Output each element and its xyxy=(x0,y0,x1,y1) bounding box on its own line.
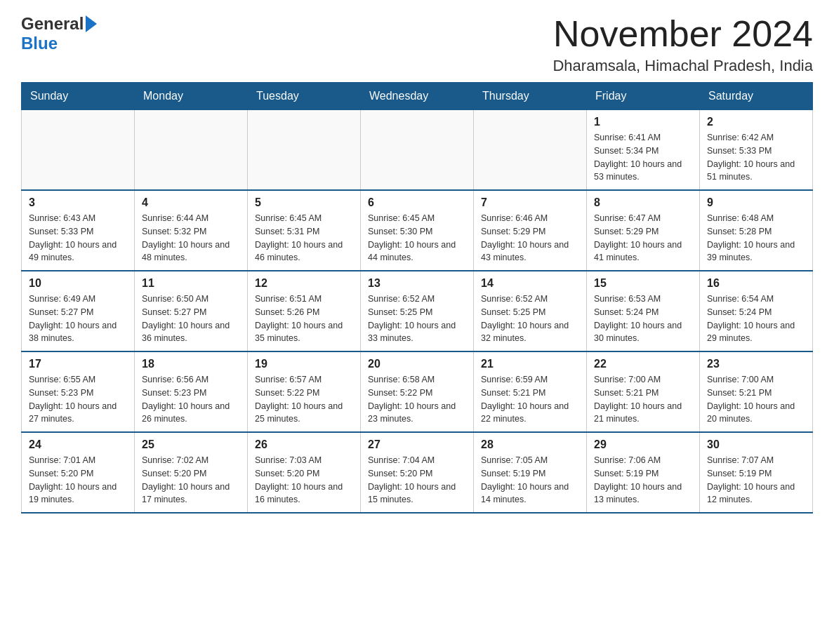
calendar-cell xyxy=(248,110,361,191)
day-info: Sunrise: 6:44 AMSunset: 5:32 PMDaylight:… xyxy=(142,212,240,264)
day-info: Sunrise: 7:01 AMSunset: 5:20 PMDaylight:… xyxy=(29,454,127,507)
day-info: Sunrise: 7:00 AMSunset: 5:21 PMDaylight:… xyxy=(707,373,805,426)
logo: General Blue xyxy=(21,14,97,53)
day-number: 17 xyxy=(29,358,127,370)
day-info: Sunrise: 6:41 AMSunset: 5:34 PMDaylight:… xyxy=(594,131,692,184)
logo-general-text: General xyxy=(21,14,84,34)
day-number: 10 xyxy=(29,277,127,290)
day-number: 19 xyxy=(255,358,353,370)
day-info: Sunrise: 6:58 AMSunset: 5:22 PMDaylight:… xyxy=(368,373,466,426)
calendar-cell xyxy=(474,110,587,191)
title-section: November 2024 Dharamsala, Himachal Prade… xyxy=(552,14,813,75)
day-info: Sunrise: 6:50 AMSunset: 5:27 PMDaylight:… xyxy=(142,293,240,345)
day-info: Sunrise: 6:51 AMSunset: 5:26 PMDaylight:… xyxy=(255,293,353,345)
calendar-week-row: 1Sunrise: 6:41 AMSunset: 5:34 PMDaylight… xyxy=(22,110,813,191)
weekday-header: Monday xyxy=(135,83,248,110)
day-number: 3 xyxy=(29,196,127,209)
weekday-header-row: SundayMondayTuesdayWednesdayThursdayFrid… xyxy=(22,83,813,110)
calendar-cell xyxy=(361,110,474,191)
main-title: November 2024 xyxy=(552,14,813,54)
day-info: Sunrise: 7:07 AMSunset: 5:19 PMDaylight:… xyxy=(707,454,805,507)
calendar-week-row: 3Sunrise: 6:43 AMSunset: 5:33 PMDaylight… xyxy=(22,190,813,271)
day-info: Sunrise: 7:04 AMSunset: 5:20 PMDaylight:… xyxy=(368,454,466,507)
day-number: 5 xyxy=(255,196,353,209)
day-number: 20 xyxy=(368,358,466,370)
calendar-week-row: 10Sunrise: 6:49 AMSunset: 5:27 PMDayligh… xyxy=(22,271,813,351)
day-info: Sunrise: 7:05 AMSunset: 5:19 PMDaylight:… xyxy=(481,454,579,507)
day-info: Sunrise: 6:47 AMSunset: 5:29 PMDaylight:… xyxy=(594,212,692,264)
calendar-cell: 10Sunrise: 6:49 AMSunset: 5:27 PMDayligh… xyxy=(22,271,135,351)
calendar-cell: 12Sunrise: 6:51 AMSunset: 5:26 PMDayligh… xyxy=(248,271,361,351)
day-info: Sunrise: 6:45 AMSunset: 5:30 PMDaylight:… xyxy=(368,212,466,264)
calendar-cell: 7Sunrise: 6:46 AMSunset: 5:29 PMDaylight… xyxy=(474,190,587,271)
day-number: 27 xyxy=(368,438,466,451)
day-number: 26 xyxy=(255,438,353,451)
day-number: 25 xyxy=(142,438,240,451)
day-number: 7 xyxy=(481,196,579,209)
weekday-header: Thursday xyxy=(474,83,587,110)
subtitle: Dharamsala, Himachal Pradesh, India xyxy=(552,57,813,75)
calendar-cell: 29Sunrise: 7:06 AMSunset: 5:19 PMDayligh… xyxy=(587,432,700,513)
day-info: Sunrise: 6:59 AMSunset: 5:21 PMDaylight:… xyxy=(481,373,579,426)
day-info: Sunrise: 6:46 AMSunset: 5:29 PMDaylight:… xyxy=(481,212,579,264)
day-info: Sunrise: 6:55 AMSunset: 5:23 PMDaylight:… xyxy=(29,373,127,426)
calendar-cell: 8Sunrise: 6:47 AMSunset: 5:29 PMDaylight… xyxy=(587,190,700,271)
weekday-header: Saturday xyxy=(700,83,813,110)
day-number: 1 xyxy=(594,116,692,128)
calendar-cell xyxy=(22,110,135,191)
calendar-cell: 21Sunrise: 6:59 AMSunset: 5:21 PMDayligh… xyxy=(474,351,587,432)
day-number: 11 xyxy=(142,277,240,290)
calendar-cell: 5Sunrise: 6:45 AMSunset: 5:31 PMDaylight… xyxy=(248,190,361,271)
day-number: 2 xyxy=(707,116,805,128)
weekday-header: Sunday xyxy=(22,83,135,110)
day-number: 16 xyxy=(707,277,805,290)
day-number: 22 xyxy=(594,358,692,370)
day-info: Sunrise: 7:06 AMSunset: 5:19 PMDaylight:… xyxy=(594,454,692,507)
calendar-cell: 17Sunrise: 6:55 AMSunset: 5:23 PMDayligh… xyxy=(22,351,135,432)
calendar-cell: 4Sunrise: 6:44 AMSunset: 5:32 PMDaylight… xyxy=(135,190,248,271)
calendar-cell: 30Sunrise: 7:07 AMSunset: 5:19 PMDayligh… xyxy=(700,432,813,513)
calendar-cell: 2Sunrise: 6:42 AMSunset: 5:33 PMDaylight… xyxy=(700,110,813,191)
day-number: 15 xyxy=(594,277,692,290)
calendar-cell: 6Sunrise: 6:45 AMSunset: 5:30 PMDaylight… xyxy=(361,190,474,271)
calendar-cell: 20Sunrise: 6:58 AMSunset: 5:22 PMDayligh… xyxy=(361,351,474,432)
day-info: Sunrise: 6:48 AMSunset: 5:28 PMDaylight:… xyxy=(707,212,805,264)
logo-arrow-icon xyxy=(86,15,97,32)
logo-blue-text: Blue xyxy=(21,34,58,53)
day-number: 29 xyxy=(594,438,692,451)
calendar-table: SundayMondayTuesdayWednesdayThursdayFrid… xyxy=(21,82,813,514)
calendar-cell: 25Sunrise: 7:02 AMSunset: 5:20 PMDayligh… xyxy=(135,432,248,513)
calendar-week-row: 24Sunrise: 7:01 AMSunset: 5:20 PMDayligh… xyxy=(22,432,813,513)
calendar-cell: 15Sunrise: 6:53 AMSunset: 5:24 PMDayligh… xyxy=(587,271,700,351)
day-number: 4 xyxy=(142,196,240,209)
day-number: 12 xyxy=(255,277,353,290)
calendar-cell: 23Sunrise: 7:00 AMSunset: 5:21 PMDayligh… xyxy=(700,351,813,432)
day-info: Sunrise: 6:56 AMSunset: 5:23 PMDaylight:… xyxy=(142,373,240,426)
calendar-cell: 16Sunrise: 6:54 AMSunset: 5:24 PMDayligh… xyxy=(700,271,813,351)
calendar-cell: 28Sunrise: 7:05 AMSunset: 5:19 PMDayligh… xyxy=(474,432,587,513)
day-info: Sunrise: 6:52 AMSunset: 5:25 PMDaylight:… xyxy=(368,293,466,345)
page-header: General Blue November 2024 Dharamsala, H… xyxy=(21,14,813,75)
day-number: 24 xyxy=(29,438,127,451)
day-number: 14 xyxy=(481,277,579,290)
day-number: 13 xyxy=(368,277,466,290)
calendar-cell: 27Sunrise: 7:04 AMSunset: 5:20 PMDayligh… xyxy=(361,432,474,513)
calendar-cell: 1Sunrise: 6:41 AMSunset: 5:34 PMDaylight… xyxy=(587,110,700,191)
calendar-cell: 26Sunrise: 7:03 AMSunset: 5:20 PMDayligh… xyxy=(248,432,361,513)
day-info: Sunrise: 6:52 AMSunset: 5:25 PMDaylight:… xyxy=(481,293,579,345)
day-number: 8 xyxy=(594,196,692,209)
day-number: 6 xyxy=(368,196,466,209)
day-number: 30 xyxy=(707,438,805,451)
calendar-cell: 18Sunrise: 6:56 AMSunset: 5:23 PMDayligh… xyxy=(135,351,248,432)
weekday-header: Friday xyxy=(587,83,700,110)
calendar-cell: 24Sunrise: 7:01 AMSunset: 5:20 PMDayligh… xyxy=(22,432,135,513)
calendar-cell: 13Sunrise: 6:52 AMSunset: 5:25 PMDayligh… xyxy=(361,271,474,351)
calendar-cell: 22Sunrise: 7:00 AMSunset: 5:21 PMDayligh… xyxy=(587,351,700,432)
day-info: Sunrise: 6:43 AMSunset: 5:33 PMDaylight:… xyxy=(29,212,127,264)
day-number: 9 xyxy=(707,196,805,209)
calendar-cell xyxy=(135,110,248,191)
day-info: Sunrise: 7:03 AMSunset: 5:20 PMDaylight:… xyxy=(255,454,353,507)
calendar-cell: 14Sunrise: 6:52 AMSunset: 5:25 PMDayligh… xyxy=(474,271,587,351)
calendar-cell: 19Sunrise: 6:57 AMSunset: 5:22 PMDayligh… xyxy=(248,351,361,432)
weekday-header: Tuesday xyxy=(248,83,361,110)
